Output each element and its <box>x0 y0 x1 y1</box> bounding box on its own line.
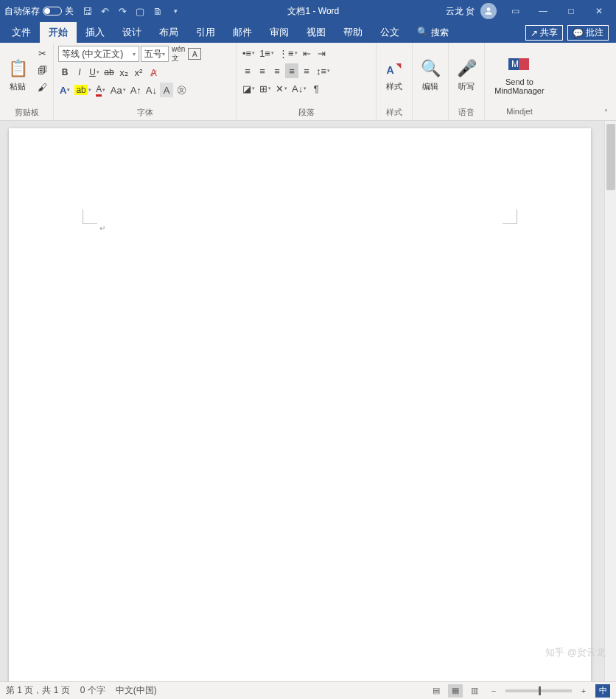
format-painter-icon[interactable]: 🖌 <box>35 80 49 94</box>
numbering-icon[interactable]: 1≡ <box>258 46 276 60</box>
editing-group-label <box>416 107 445 120</box>
align-left-icon[interactable]: ≡ <box>241 63 254 78</box>
align-justify-icon[interactable]: ≡ <box>285 63 298 78</box>
tab-search[interactable]: 🔍搜索 <box>408 23 458 43</box>
char-scale-icon[interactable]: ✕ <box>274 81 289 96</box>
align-right-icon[interactable]: ≡ <box>270 63 284 78</box>
ime-indicator[interactable]: 中 <box>595 684 610 698</box>
close-icon[interactable]: ✕ <box>587 2 612 20</box>
paste-icon: 📋 <box>6 57 29 80</box>
share-button[interactable]: ↗共享 <box>525 25 563 41</box>
autosave-state: 关 <box>65 5 74 18</box>
tab-mail[interactable]: 邮件 <box>224 22 261 43</box>
inc-indent-icon[interactable]: ⇥ <box>315 46 329 60</box>
minimize-icon[interactable]: — <box>531 2 556 20</box>
comment-label: 批注 <box>586 27 603 39</box>
cut-icon[interactable]: ✂ <box>35 46 49 60</box>
avatar-icon[interactable] <box>480 3 497 19</box>
tab-home[interactable]: 开始 <box>40 22 77 43</box>
collapse-ribbon-icon[interactable]: ˄ <box>604 108 615 119</box>
autosave-toggle[interactable]: 自动保存 关 <box>4 5 74 18</box>
strike-icon[interactable]: ab <box>102 65 116 80</box>
ribbon-tabs: 文件 开始 插入 设计 布局 引用 邮件 审阅 视图 帮助 公文 🔍搜索 ↗共享… <box>0 22 616 43</box>
user-area[interactable]: 云龙 贠 <box>446 3 497 19</box>
save-icon[interactable]: 🖫 <box>81 5 93 17</box>
bold-icon[interactable]: B <box>58 65 71 80</box>
watermark: 知乎 @贠云龙 <box>545 646 606 659</box>
comment-button[interactable]: 💬批注 <box>567 25 609 41</box>
tab-reference[interactable]: 引用 <box>187 22 224 43</box>
enclose-char-icon[interactable]: ㊛ <box>175 83 188 97</box>
print-layout-icon[interactable]: ▦ <box>448 684 463 698</box>
grow-font-icon[interactable]: A↑ <box>129 83 143 97</box>
tab-gongwen[interactable]: 公文 <box>371 22 408 43</box>
multilevel-icon[interactable]: ⋮≡ <box>277 46 299 60</box>
document-area[interactable]: ↵ 知乎 @贠云龙 <box>0 121 616 681</box>
comment-icon: 💬 <box>573 28 584 38</box>
clipboard-group-label: 剪贴板 <box>3 107 50 120</box>
svg-point-0 <box>487 7 491 11</box>
font-name-combo[interactable]: 等线 (中文正文)▾ <box>58 46 139 62</box>
redo-icon[interactable]: ↷ <box>116 5 128 17</box>
styles-button[interactable]: A 样式 <box>379 44 409 103</box>
clear-format-icon[interactable]: A̷ <box>147 65 160 80</box>
shrink-font-icon[interactable]: A↓ <box>144 83 158 97</box>
qat-icon-1[interactable]: ▢ <box>134 5 146 17</box>
web-layout-icon[interactable]: ▥ <box>467 684 482 698</box>
word-count[interactable]: 0 个字 <box>80 684 105 697</box>
tab-help[interactable]: 帮助 <box>335 22 371 43</box>
copy-icon[interactable]: 🗐 <box>35 63 49 77</box>
show-marks-icon[interactable]: ¶ <box>309 81 323 96</box>
editing-button[interactable]: 🔍 编辑 <box>416 44 445 103</box>
zoom-out-icon[interactable]: − <box>486 684 501 698</box>
tab-file[interactable]: 文件 <box>3 22 40 43</box>
bullets-icon[interactable]: •≡ <box>241 46 256 60</box>
qat-icon-2[interactable]: 🗎 <box>152 5 164 17</box>
dec-indent-icon[interactable]: ⇤ <box>301 46 314 60</box>
text-effects-icon[interactable]: A <box>58 83 71 97</box>
phonetic-guide-icon[interactable]: wén文 <box>170 46 186 61</box>
paste-label: 粘贴 <box>10 82 26 91</box>
char-shading-icon[interactable]: A <box>160 83 173 97</box>
subscript-icon[interactable]: x₂ <box>117 65 130 80</box>
page[interactable]: ↵ <box>9 128 591 681</box>
read-mode-icon[interactable]: ▤ <box>429 684 444 698</box>
highlight-icon[interactable]: ab <box>73 83 92 97</box>
font-size-combo[interactable]: 五号▾ <box>141 46 169 62</box>
dictate-button[interactable]: 🎤 听写 <box>452 44 481 103</box>
superscript-icon[interactable]: x² <box>132 65 145 80</box>
borders-icon[interactable]: ⊞ <box>258 81 273 96</box>
shading-icon[interactable]: ◪ <box>241 81 256 96</box>
mindjet-group-label: Mindjet <box>488 107 551 120</box>
ribbon-options-icon[interactable]: ▭ <box>503 2 528 20</box>
tab-layout[interactable]: 布局 <box>150 22 187 43</box>
group-paragraph: •≡ 1≡ ⋮≡ ⇤ ⇥ ≡ ≡ ≡ ≡ ≡ ↕≡ ◪ ⊞ ✕ A↓ ¶ <box>237 43 377 120</box>
italic-icon[interactable]: I <box>73 65 86 80</box>
sort-icon[interactable]: A↓ <box>290 81 308 96</box>
char-border-icon[interactable]: A <box>188 48 201 60</box>
title-bar: 自动保存 关 🖫 ↶ ↷ ▢ 🗎 ▾ 文档1 - Word 云龙 贠 ▭ — □… <box>0 0 616 22</box>
undo-icon[interactable]: ↶ <box>99 5 111 17</box>
vertical-scrollbar[interactable] <box>604 121 616 681</box>
font-size-value: 五号 <box>144 48 162 60</box>
maximize-icon[interactable]: □ <box>559 2 584 20</box>
tab-view[interactable]: 视图 <box>298 22 335 43</box>
font-color-icon[interactable]: A <box>94 83 108 97</box>
zoom-slider[interactable] <box>505 689 572 692</box>
qat-dropdown-icon[interactable]: ▾ <box>169 5 181 17</box>
tab-insert[interactable]: 插入 <box>77 22 113 43</box>
language-status[interactable]: 中文(中国) <box>116 684 157 697</box>
align-center-icon[interactable]: ≡ <box>256 63 269 78</box>
page-status[interactable]: 第 1 页，共 1 页 <box>6 684 70 697</box>
mindmanager-button[interactable]: M Send to MindManager <box>488 44 551 103</box>
tab-design[interactable]: 设计 <box>113 22 150 43</box>
zoom-in-icon[interactable]: + <box>576 684 591 698</box>
tab-review[interactable]: 审阅 <box>261 22 298 43</box>
line-spacing-icon[interactable]: ↕≡ <box>315 63 332 78</box>
align-dist-icon[interactable]: ≡ <box>300 63 313 78</box>
status-bar: 第 1 页，共 1 页 0 个字 中文(中国) ▤ ▦ ▥ − + 中 <box>0 681 616 699</box>
user-name: 云龙 贠 <box>446 5 475 18</box>
underline-icon[interactable]: U <box>88 65 101 80</box>
paste-button[interactable]: 📋 粘贴 <box>3 44 32 103</box>
change-case-icon[interactable]: Aa <box>109 83 127 97</box>
